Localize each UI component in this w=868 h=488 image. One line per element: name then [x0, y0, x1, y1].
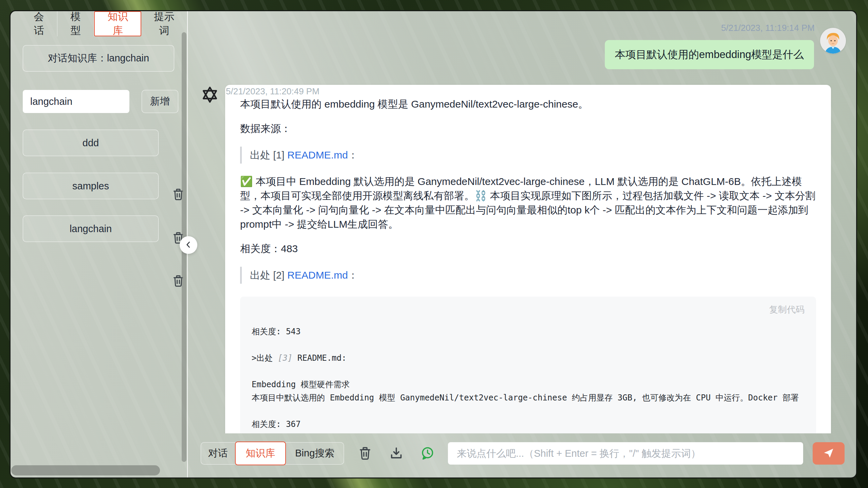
app-window: 会话 模型 知识库 提示词 对话知识库：langchain 新增 ddd sam…: [10, 10, 857, 478]
mode-switch: 对话 知识库 Bing搜索: [201, 442, 344, 465]
assistant-answer-card: 本项目默认使用的 embedding 模型是 GanymedeNil/text2…: [225, 85, 831, 433]
user-message: 5/21/2023, 11:19:14 PM 本项目默认使用的embedding…: [188, 11, 856, 69]
code-line: >出处 [3] README.md:: [252, 352, 804, 365]
trash-icon: [358, 457, 373, 462]
message-input[interactable]: [448, 442, 803, 465]
code-content: 相关度: 543 >出处 [3] README.md: Embedding 模型…: [252, 325, 804, 431]
readme-link[interactable]: README.md: [287, 149, 348, 161]
clock-bubble-icon: [420, 457, 435, 462]
history-button[interactable]: [420, 446, 435, 461]
relevance-score: 相关度：483: [240, 242, 816, 256]
source-prefix: 出处 [2]: [250, 269, 287, 281]
user-message-bubble: 本项目默认使用的embedding模型是什么: [605, 40, 814, 69]
sidebar-horizontal-scrollbar[interactable]: [11, 465, 160, 475]
code-line: Embedding 模型硬件需求: [252, 378, 804, 391]
assistant-timestamp: 5/21/2023, 11:20:49 PM: [226, 86, 320, 97]
kb-list-item[interactable]: samples: [23, 173, 159, 199]
sidebar-tabbar: 会话 模型 知识库 提示词: [11, 11, 187, 36]
source-suffix: ：: [348, 149, 358, 161]
kb-name-input[interactable]: [23, 90, 129, 113]
mode-bing-search-button[interactable]: Bing搜索: [286, 442, 344, 465]
chevron-left-icon: [184, 240, 193, 250]
tab-model[interactable]: 模型: [57, 11, 94, 36]
export-conversation-button[interactable]: [389, 446, 404, 461]
message-list: 5/21/2023, 11:19:14 PM 本项目默认使用的embedding…: [188, 11, 856, 433]
code-line-blank: [252, 338, 804, 352]
user-timestamp: 5/21/2023, 11:19:14 PM: [721, 23, 815, 33]
code-line-blank: [252, 365, 804, 378]
assistant-message: 5/21/2023, 11:20:49 PM 本项目默认使用的 embeddin…: [188, 85, 856, 433]
answer-paragraph: ✅ 本项目中 Embedding 默认选用的是 GanymedeNil/text…: [240, 174, 816, 231]
paper-plane-icon: [823, 447, 834, 460]
avatar: [820, 28, 846, 54]
openai-logo-icon: [200, 85, 220, 105]
tab-conversation[interactable]: 会话: [21, 11, 57, 36]
kb-selector-button[interactable]: 对话知识库：langchain: [23, 45, 174, 72]
mode-chat-button[interactable]: 对话: [201, 442, 235, 465]
source-suffix: ：: [348, 269, 358, 281]
copy-code-button[interactable]: 复制代码: [769, 303, 804, 316]
clear-conversation-button[interactable]: [358, 446, 373, 461]
source-quote-2: 出处 [2] README.md：: [240, 267, 816, 284]
send-button[interactable]: [813, 442, 845, 465]
kb-add-button[interactable]: 新增: [142, 90, 178, 113]
code-line: 本项目中默认选用的 Embedding 模型 GanymedeNil/text2…: [252, 391, 804, 405]
answer-paragraph: 本项目默认使用的 embedding 模型是 GanymedeNil/text2…: [240, 97, 816, 111]
code-block: 复制代码 相关度: 543 >出处 [3] README.md: Embeddi…: [240, 297, 816, 433]
code-line: 相关度: 543: [252, 325, 804, 338]
download-tray-icon: [389, 457, 404, 462]
source-quote-1: 出处 [1] README.md：: [240, 147, 816, 164]
kb-list-item[interactable]: langchain: [23, 215, 159, 242]
answer-paragraph: 数据来源：: [240, 121, 816, 136]
code-line-blank: [252, 405, 804, 418]
chat-pane: 5/21/2023, 11:19:14 PM 本项目默认使用的embedding…: [188, 11, 856, 477]
code-source-ref: [3]: [278, 353, 292, 363]
source-prefix: 出处 [1]: [250, 149, 287, 161]
mode-knowledge-base-button[interactable]: 知识库: [235, 442, 286, 465]
tab-prompt[interactable]: 提示词: [141, 11, 187, 36]
readme-link[interactable]: README.md: [287, 269, 348, 281]
code-line: 相关度: 367: [252, 418, 804, 431]
tab-knowledge-base[interactable]: 知识库: [94, 11, 141, 36]
composer-bar: 对话 知识库 Bing搜索: [188, 433, 856, 477]
kb-list-item[interactable]: ddd: [23, 130, 159, 156]
sidebar: 会话 模型 知识库 提示词 对话知识库：langchain 新增 ddd sam…: [11, 11, 188, 477]
sidebar-collapse-button[interactable]: [180, 236, 197, 254]
